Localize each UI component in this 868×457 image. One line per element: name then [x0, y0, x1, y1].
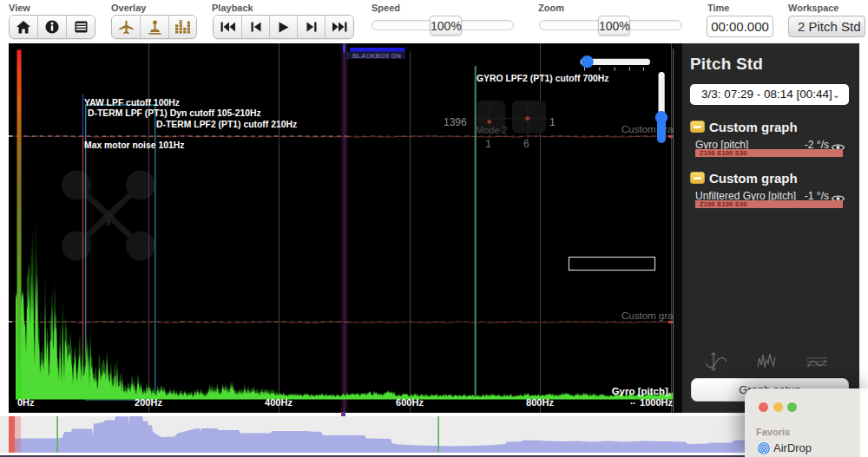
svg-text:Mode 2: Mode 2 — [476, 124, 508, 134]
svg-text:800Hz: 800Hz — [526, 397, 554, 408]
svg-text:200Hz: 200Hz — [135, 397, 162, 408]
svg-text:Custom graph: Custom graph — [621, 310, 681, 320]
svg-text:1: 1 — [485, 137, 491, 149]
svg-text:400Hz: 400Hz — [265, 397, 293, 408]
svg-text:1: 1 — [549, 116, 556, 128]
svg-text:600Hz: 600Hz — [396, 397, 424, 408]
svg-text:6: 6 — [523, 137, 529, 149]
svg-text:D-TERM LPF (PT1) Dyn cutoff 10: D-TERM LPF (PT1) Dyn cutoff 105-210Hz — [88, 108, 261, 118]
svg-text:Max motor noise 101Hz: Max motor noise 101Hz — [84, 140, 184, 150]
svg-text:1000Hz: 1000Hz — [640, 397, 673, 408]
svg-text:BLACKBOX ON: BLACKBOX ON — [352, 51, 401, 59]
svg-text:..: .. — [630, 395, 635, 406]
svg-text:Gyro [pitch],: Gyro [pitch], — [612, 386, 671, 396]
svg-text:YAW LPF cutoff 100Hz: YAW LPF cutoff 100Hz — [84, 97, 180, 107]
svg-text:D-TERM LPF2 (PT1) cutoff 210Hz: D-TERM LPF2 (PT1) cutoff 210Hz — [156, 119, 297, 128]
svg-text:1396: 1396 — [444, 116, 467, 128]
svg-text:Custom graph: Custom graph — [621, 123, 681, 134]
svg-text:GYRO LPF2 (PT1) cutoff 700Hz: GYRO LPF2 (PT1) cutoff 700Hz — [477, 74, 608, 83]
svg-text:0Hz: 0Hz — [17, 397, 35, 408]
